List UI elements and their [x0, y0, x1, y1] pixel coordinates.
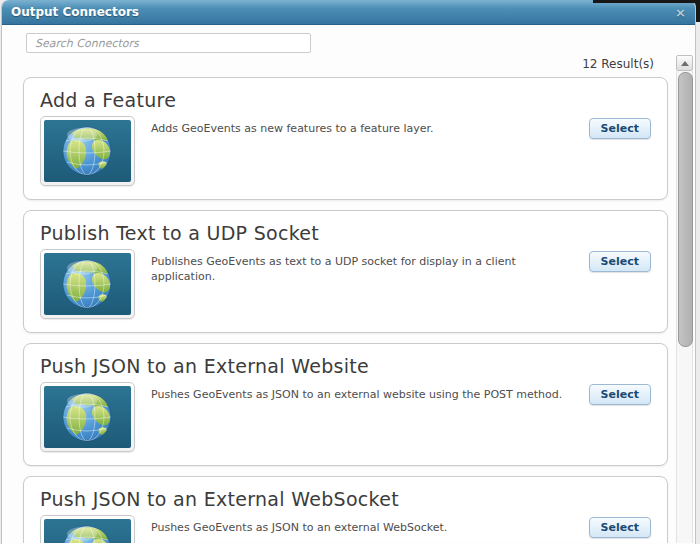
connector-card: Push JSON to an External Website: [23, 343, 668, 466]
connector-card: Push JSON to an External WebSocket: [23, 476, 668, 543]
globe-icon: [44, 120, 131, 182]
globe-icon: [44, 519, 131, 543]
select-button[interactable]: Select: [589, 118, 651, 139]
connector-description: Publishes GeoEvents as text to a UDP soc…: [151, 255, 575, 285]
dialog-titlebar: Output Connectors ×: [2, 0, 695, 25]
connector-title: Publish Text to a UDP Socket: [24, 211, 667, 249]
dialog-body: 12 Result(s) Add a Feature: [2, 25, 695, 543]
connector-thumbnail: [40, 382, 135, 452]
connector-thumbnail: [40, 116, 135, 186]
connector-card-content: Pushes GeoEvents as JSON to an external …: [24, 515, 667, 543]
output-connectors-dialog: Output Connectors × 12 Result(s) Add a F…: [1, 0, 696, 544]
connector-title: Push JSON to an External WebSocket: [24, 477, 667, 515]
connector-card: Add a Feature: [23, 77, 668, 200]
globe-icon: [44, 253, 131, 315]
close-icon[interactable]: ×: [675, 6, 686, 19]
scrollbar-thumb[interactable]: [678, 72, 693, 347]
page-background-strip: [593, 0, 700, 3]
connector-thumbnail: [40, 515, 135, 543]
search-input[interactable]: [26, 33, 311, 53]
connector-description: Pushes GeoEvents as JSON to an external …: [151, 521, 575, 536]
select-button[interactable]: Select: [589, 517, 651, 538]
connector-card-content: Publishes GeoEvents as text to a UDP soc…: [24, 249, 667, 319]
select-button[interactable]: Select: [589, 384, 651, 405]
connector-description: Adds GeoEvents as new features to a feat…: [151, 122, 575, 137]
scrollbar[interactable]: [676, 55, 693, 543]
connector-card-content: Pushes GeoEvents as JSON to an external …: [24, 382, 667, 452]
results-count: 12 Result(s): [2, 57, 654, 71]
select-button[interactable]: Select: [589, 251, 651, 272]
connector-card: Publish Text to a UDP Socket: [23, 210, 668, 333]
connector-card-content: Adds GeoEvents as new features to a feat…: [24, 116, 667, 186]
connector-title: Push JSON to an External Website: [24, 344, 667, 382]
connector-list: Add a Feature: [23, 77, 668, 543]
connector-title: Add a Feature: [24, 78, 667, 116]
dialog-title: Output Connectors: [11, 5, 139, 19]
connector-description: Pushes GeoEvents as JSON to an external …: [151, 388, 575, 403]
connector-thumbnail: [40, 249, 135, 319]
scroll-up-button[interactable]: [676, 55, 693, 71]
page-background-strip: [696, 0, 700, 22]
triangle-up-icon: [681, 61, 689, 66]
globe-icon: [44, 386, 131, 448]
scrollbar-track[interactable]: [676, 71, 693, 543]
